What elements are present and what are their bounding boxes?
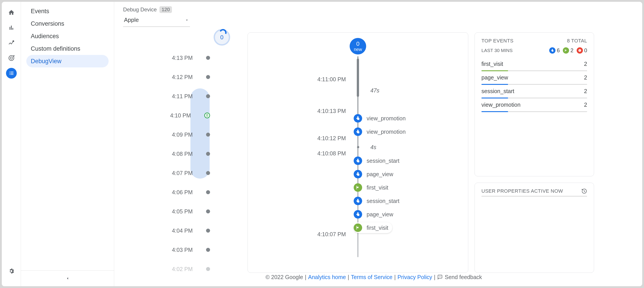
touch-icon [354,170,362,178]
footer-copyright: © 2022 Google [266,274,303,280]
minute-row[interactable]: 4:06 PM [114,183,239,202]
top-event-row[interactable]: page_view2 [475,71,594,85]
event-type-counts: 6 2 0 [549,47,587,54]
seconds-counter: 0 [214,29,230,46]
main-content: Debug Device 120 Apple 0 4:13 PM 4:12 PM… [114,2,642,286]
event-chip[interactable]: page_view [354,169,397,179]
sidenav-item-audiences[interactable]: Audiences [26,30,108,43]
stream-gap-label: 47s [370,87,379,94]
touch-icon [354,114,362,123]
rail-advertising[interactable] [6,53,17,63]
svg-point-2 [10,57,12,59]
event-chip[interactable]: view_promotion [354,113,410,124]
new-events-badge[interactable]: 0 new [350,38,366,55]
caret-down-icon [185,18,189,22]
collapse-nav-button[interactable] [26,270,108,286]
target-icon [8,55,15,61]
top-events-sub: LAST 30 MINS [482,48,513,53]
stream-timestamp: 4:10:08 PM [248,150,346,157]
minute-row[interactable]: 4:07 PM [114,163,239,183]
minute-row[interactable]: 4:11 PM [114,87,239,106]
sidenav-item-events[interactable]: Events [26,5,108,18]
user-props-title: USER PROPERTIES ACTIVE NOW [482,188,563,194]
sidenav-item-debugview[interactable]: DebugView [26,55,108,67]
top-event-row[interactable]: session_start2 [475,85,594,98]
footer-link-tos[interactable]: Terms of Service [351,274,392,280]
feedback-icon [437,274,443,280]
top-events-total: 8 TOTAL [567,38,587,44]
minute-row[interactable]: 4:03 PM [114,240,239,259]
side-nav: Events Conversions Audiences Custom defi… [21,2,114,286]
minute-timeline: 0 4:13 PM 4:12 PM 4:11 PM 4:10 PM8 4:09 … [114,29,241,286]
debug-device-label: Debug Device [123,7,157,13]
rail-home[interactable] [6,7,17,18]
send-feedback-button[interactable]: Send feedback [437,274,482,280]
rail-configure[interactable] [6,68,17,79]
touch-icon [354,210,362,219]
minute-row[interactable]: 4:13 PM [114,48,239,67]
rail-reports[interactable] [6,22,17,33]
gear-icon [8,268,15,274]
icon-rail [2,2,21,286]
stream-timestamp: 4:10:12 PM [248,135,346,142]
footer-link-privacy[interactable]: Privacy Policy [397,274,432,280]
chevron-left-icon [65,276,70,281]
svg-rect-4 [580,50,580,51]
event-chip[interactable]: page_view [354,209,397,220]
stream-timestamp: 4:10:13 PM [248,108,346,114]
top-event-row[interactable]: first_visit2 [475,58,594,71]
device-count-badge: 120 [160,6,172,13]
history-icon[interactable] [581,188,587,194]
minute-row-active[interactable]: 4:10 PM8 [114,106,239,125]
sidenav-item-conversions[interactable]: Conversions [26,18,108,30]
footer-link-analytics-home[interactable]: Analytics home [308,274,346,280]
top-events-title: TOP EVENTS [482,38,514,44]
touch-icon [354,197,362,205]
rail-admin[interactable] [6,266,17,276]
event-chip[interactable]: first_visit [354,182,392,193]
event-chip[interactable]: session_start [354,196,404,206]
header: Debug Device 120 Apple [114,2,642,29]
touch-icon [549,47,556,54]
error-icon [577,47,583,54]
right-column: TOP EVENTS 8 TOTAL LAST 30 MINS 6 2 0 fi… [474,32,594,273]
svg-rect-5 [580,51,580,51]
touch-icon [354,156,362,165]
stream-timestamp: 4:11:00 PM [248,76,346,83]
bar-chart-icon [8,25,14,31]
minute-row[interactable]: 4:12 PM [114,67,239,87]
stream-timestamp: 4:10:07 PM [248,231,346,237]
device-select[interactable]: Apple [123,15,190,27]
footer: © 2022 Google | Analytics home | Terms o… [114,271,633,283]
flag-icon [563,47,569,54]
list-icon [8,70,14,76]
seconds-stream-card: 0 new 4:11:00 PM 47s 4:10:13 PM view_pro… [248,32,468,273]
user-properties-card: USER PROPERTIES ACTIVE NOW [474,183,594,273]
sidenav-item-custom-definitions[interactable]: Custom definitions [26,43,108,55]
top-event-row[interactable]: view_promotion2 [475,98,594,112]
top-events-card: TOP EVENTS 8 TOTAL LAST 30 MINS 6 2 0 fi… [474,32,594,176]
minute-row[interactable]: 4:09 PM [114,125,239,144]
minute-row[interactable]: 4:04 PM [114,221,239,240]
minute-row[interactable]: 4:05 PM [114,202,239,221]
rail-explore[interactable] [6,38,17,48]
selected-device: Apple [124,17,139,24]
explore-icon [8,40,15,46]
home-icon [8,9,15,16]
svg-point-0 [13,41,14,42]
flag-icon [354,183,362,192]
event-chip[interactable]: session_start [354,155,404,166]
minute-row[interactable]: 4:08 PM [114,144,239,163]
